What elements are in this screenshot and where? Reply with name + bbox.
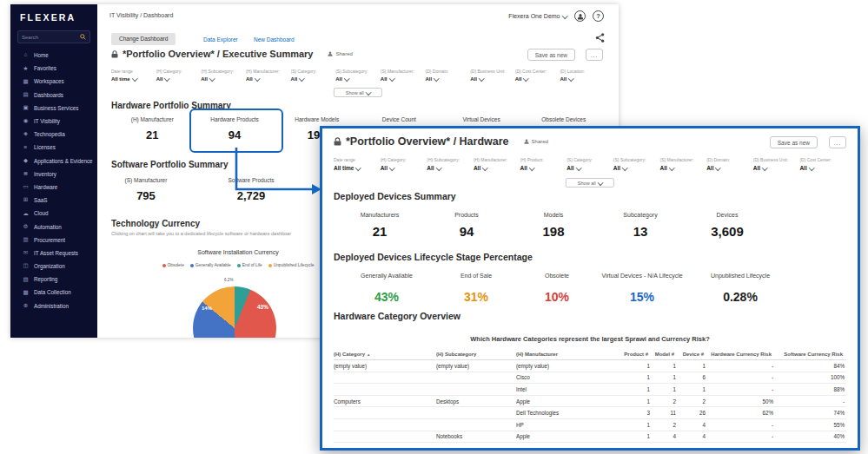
sidebar-item[interactable]: ☁ Cloud xyxy=(10,207,97,220)
filter-dropdown[interactable]: (H) Category: All xyxy=(156,69,202,82)
avatar-icon[interactable] xyxy=(574,10,586,22)
filter-dropdown[interactable]: (S) Category: All xyxy=(291,69,336,82)
cell-model-count: 1 xyxy=(652,372,678,384)
overlay-title: *Portfolio Overview* / Hardware xyxy=(346,135,509,148)
filter-dropdown[interactable]: (D) Domain: All xyxy=(706,157,753,171)
sidebar-item[interactable]: ▩ Data Collection xyxy=(10,286,97,299)
section-deployed-devices-summary: Deployed Devices Summary xyxy=(334,191,456,201)
stat-card: Products 94 xyxy=(427,212,507,239)
organization-icon: ◫ xyxy=(22,263,30,269)
table-header-cell[interactable]: (H) Subcategory xyxy=(436,352,516,360)
sidebar-item[interactable]: ⌂ Home xyxy=(10,49,97,62)
filter-dropdown[interactable]: (H) Manufacturer: All xyxy=(246,69,291,82)
legend-item[interactable]: Obsolete xyxy=(162,263,184,267)
table-row[interactable]: Intel 1 1 1 - 88% xyxy=(334,384,846,396)
table-header-cell[interactable]: (H) Manufacturer xyxy=(516,352,622,360)
filter-dropdown[interactable]: (H) Manufacturer: All xyxy=(474,157,520,171)
filter-dropdown[interactable]: (S) Category: All xyxy=(567,157,613,171)
sidebar-item[interactable]: ⊞ SaaS xyxy=(10,194,97,207)
cell-manufacturer: Cisco xyxy=(516,372,622,384)
filter-dropdown[interactable]: (H) Subcategory: All xyxy=(427,157,474,171)
star-icon: ★ xyxy=(22,66,30,72)
sidebar-item[interactable]: ⚙ Automation xyxy=(10,220,97,233)
more-options-button[interactable]: ... xyxy=(586,49,603,61)
lock-icon xyxy=(111,50,118,58)
table-header-cell[interactable]: Model # xyxy=(652,352,678,360)
software-currency-pie[interactable] xyxy=(193,286,276,338)
show-all-button[interactable]: Show all xyxy=(334,88,382,97)
sidebar-item[interactable]: ▥ Procurement xyxy=(10,234,97,247)
filter-dropdown[interactable]: (H) Product: All xyxy=(520,157,567,171)
sidebar-item[interactable]: ◉ IT Visibility xyxy=(10,115,97,128)
filter-dropdown[interactable]: (D) Domain: All xyxy=(425,69,470,82)
filter-dropdown[interactable]: (S) Subcategory: All xyxy=(335,69,381,82)
show-all-button[interactable]: Show all xyxy=(566,178,614,188)
sidebar-item[interactable]: ▣ Business Services xyxy=(10,102,97,115)
filter-dropdown[interactable]: (D) Business Unit: All xyxy=(753,157,800,171)
sidebar-item[interactable]: ★ Favorites xyxy=(10,62,97,75)
search-input[interactable] xyxy=(22,35,80,40)
filter-dropdown[interactable]: (D) Cost Center: All xyxy=(799,157,846,171)
tab-data-explorer[interactable]: Data Explorer xyxy=(203,36,238,43)
table-row[interactable]: HP 1 2 4 - 55% xyxy=(334,418,846,431)
sidebar-item[interactable]: ◫ Organization xyxy=(10,260,97,273)
table-header-cell[interactable]: Software Currency Risk xyxy=(775,352,846,360)
filter-dropdown[interactable]: (S) Manufacturer: All xyxy=(659,157,706,171)
filter-dropdown[interactable]: (S) Subcategory: All xyxy=(613,157,660,171)
table-header-cell[interactable]: (H) Category▲ xyxy=(334,352,436,360)
filter-dropdown[interactable]: (D) Location: All xyxy=(560,69,605,82)
sidebar-item[interactable]: ✉ IT Asset Requests xyxy=(10,247,97,260)
sidebar-item[interactable]: ▦ Workspaces xyxy=(10,75,97,88)
help-icon[interactable]: ? xyxy=(593,10,604,22)
chevron-down-icon xyxy=(622,165,627,170)
table-header-cell[interactable]: Device # xyxy=(678,352,707,360)
filter-dropdown[interactable]: Date range All time xyxy=(111,69,156,82)
sidebar-item[interactable]: ◈ Technopedia xyxy=(10,128,97,141)
chevron-down-icon xyxy=(164,76,169,81)
share-icon[interactable] xyxy=(595,30,605,46)
cell-software-currency-risk: 88% xyxy=(775,384,846,396)
tab-new-dashboard[interactable]: New Dashboard xyxy=(254,36,295,43)
table-row[interactable]: (empty value) (empty value) (empty value… xyxy=(334,360,846,372)
sidebar-item[interactable]: ⊕ Administration xyxy=(10,299,97,313)
section-software-portfolio-summary: Software Portfolio Summary xyxy=(111,160,228,169)
sidebar-item[interactable]: ▧ Reporting xyxy=(10,273,97,286)
legend-item[interactable]: Unpublished Lifecycle xyxy=(268,263,315,267)
chevron-down-icon xyxy=(344,76,349,81)
legend-item[interactable]: Generally Available xyxy=(190,263,231,267)
table-header-cell[interactable]: Product # xyxy=(622,352,652,360)
breadcrumb[interactable]: IT Visibility / Dashboard xyxy=(109,12,173,18)
cell-subcategory: Notebooks xyxy=(436,431,516,443)
chevron-down-icon xyxy=(482,165,487,170)
table-row[interactable]: Cisco 1 1 6 - 100% xyxy=(334,372,846,384)
filter-dropdown[interactable]: (D) Cost Center: All xyxy=(515,69,560,82)
filter-dropdown[interactable]: (S) Manufacturer: All xyxy=(381,69,426,82)
page: FLEXERA ⌂ Home ★ Favorites ▦ xyxy=(0,0,868,454)
cell-subcategory xyxy=(436,407,516,419)
save-as-new-button[interactable]: Save as new xyxy=(527,49,575,61)
lifecycle-stage-cards: Generally Available 43% End of Sale 31% … xyxy=(343,273,788,304)
cell-category xyxy=(334,407,436,419)
account-menu[interactable]: Flexera One Demo xyxy=(508,13,567,19)
filter-dropdown[interactable]: (H) Subcategory: All xyxy=(201,69,246,82)
more-options-button[interactable]: ... xyxy=(829,136,846,148)
filter-dropdown[interactable]: Date range All time xyxy=(334,157,381,171)
filter-dropdown[interactable]: (H) Category: All xyxy=(381,157,427,171)
sidebar-item[interactable]: ≣ Inventory xyxy=(10,168,97,181)
sidebar-item[interactable]: ≡ Licenses xyxy=(10,141,97,154)
table-row[interactable]: Notebooks Apple 1 4 4 - 40% xyxy=(334,431,846,443)
sidebar-item[interactable]: ▤ Dashboards xyxy=(10,89,97,102)
tab-change-dashboard[interactable]: Change Dashboard xyxy=(111,33,176,45)
sidebar-item[interactable]: ▭ Hardware xyxy=(10,181,97,194)
legend-item[interactable]: End of Life xyxy=(237,263,262,267)
cell-subcategory xyxy=(436,384,516,396)
table-row[interactable]: Dell Technologies 3 11 26 62% 74% xyxy=(334,407,846,419)
pie-label-end-of-life: 6.2% xyxy=(224,278,233,282)
save-as-new-button[interactable]: Save as new xyxy=(770,136,818,148)
chevron-down-icon xyxy=(356,165,361,170)
sidebar-item[interactable]: ◆ Applications & Evidence xyxy=(10,155,97,168)
table-header-cell[interactable]: Hardware Currency Risk xyxy=(707,352,775,360)
filter-dropdown[interactable]: (D) Business Unit: All xyxy=(470,69,515,82)
sidebar-search[interactable] xyxy=(17,30,90,43)
table-row[interactable]: Computers Desktops Apple 1 2 2 50% - xyxy=(334,395,846,407)
